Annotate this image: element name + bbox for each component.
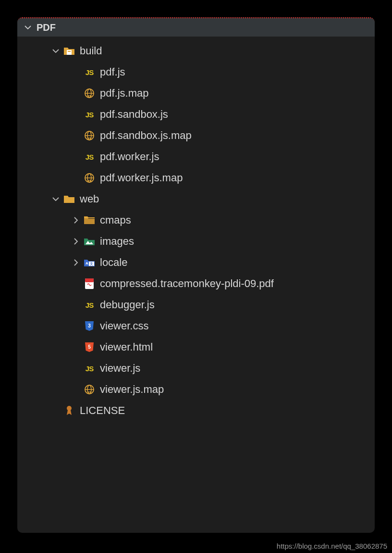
svg-point-26: [67, 406, 72, 411]
file-item[interactable]: JS pdf.sandbox.js: [17, 104, 375, 125]
css-icon: 3: [83, 319, 96, 333]
map-icon: JS: [83, 383, 96, 396]
svg-text:JS: JS: [87, 390, 92, 395]
folder-web[interactable]: web: [17, 189, 375, 210]
chevron-right-icon: [71, 216, 81, 224]
file-item[interactable]: 3 viewer.css: [17, 315, 375, 337]
chevron-right-icon: [71, 238, 81, 245]
file-label: viewer.js.map: [100, 383, 164, 396]
folder-locale-icon: A文: [83, 256, 96, 269]
svg-text:文: 文: [89, 262, 93, 266]
chevron-down-icon: [51, 195, 61, 203]
folder-item[interactable]: images: [17, 231, 375, 252]
file-label: pdf.js.map: [100, 87, 149, 100]
svg-text:5: 5: [88, 344, 91, 350]
map-icon: JS: [83, 87, 96, 100]
map-icon: JS: [83, 129, 96, 142]
svg-text:A: A: [86, 261, 88, 265]
chevron-down-icon: [51, 47, 61, 55]
folder-label: build: [80, 45, 102, 57]
folder-item[interactable]: cmaps: [17, 210, 375, 231]
svg-rect-0: [67, 50, 72, 55]
file-label: pdf.js: [100, 66, 125, 78]
explorer-title: PDF: [37, 22, 56, 33]
license-icon: [62, 404, 76, 417]
map-icon: JS: [83, 171, 96, 185]
chevron-right-icon: [71, 259, 81, 266]
folder-images-icon: [83, 235, 96, 248]
file-tree: build JS pdf.js JS pdf.js.map JS pdf.san…: [17, 37, 375, 421]
folder-label: locale: [100, 256, 127, 269]
file-item[interactable]: compressed.tracemonkey-pldi-09.pdf: [17, 273, 375, 294]
file-item[interactable]: 5 viewer.html: [17, 337, 375, 358]
explorer-header[interactable]: PDF: [17, 18, 375, 37]
pdf-icon: [83, 277, 96, 290]
file-label: viewer.css: [100, 320, 148, 332]
file-item[interactable]: LICENSE: [17, 400, 375, 421]
js-icon: JS: [83, 362, 96, 375]
js-icon: JS: [83, 298, 96, 312]
svg-text:JS: JS: [87, 94, 92, 99]
file-label: compressed.tracemonkey-pldi-09.pdf: [100, 277, 274, 290]
file-item[interactable]: JS pdf.worker.js.map: [17, 167, 375, 189]
js-icon: JS: [83, 108, 96, 121]
file-explorer-panel: PDF build JS pdf.js JS pdf.js.map: [17, 17, 375, 533]
file-label: pdf.worker.js: [100, 151, 159, 163]
file-label: pdf.sandbox.js.map: [100, 129, 192, 142]
file-item[interactable]: JS pdf.js: [17, 62, 375, 83]
svg-text:JS: JS: [87, 179, 92, 183]
file-label: viewer.js: [100, 362, 140, 375]
folder-label: cmaps: [100, 214, 131, 226]
js-icon: JS: [83, 150, 96, 163]
file-item[interactable]: JS viewer.js: [17, 358, 375, 379]
file-item[interactable]: JS pdf.worker.js: [17, 146, 375, 167]
js-icon: JS: [83, 65, 96, 79]
file-label: viewer.html: [100, 341, 153, 353]
file-item[interactable]: JS debugger.js: [17, 294, 375, 315]
folder-icon: [62, 192, 76, 206]
html-icon: 5: [83, 340, 96, 354]
file-item[interactable]: JS viewer.js.map: [17, 379, 375, 400]
folder-build-icon: [62, 44, 76, 58]
svg-rect-19: [85, 278, 94, 282]
svg-text:3: 3: [88, 323, 91, 328]
file-label: pdf.worker.js.map: [100, 172, 183, 184]
folder-build[interactable]: build: [17, 40, 375, 62]
folder-label: web: [80, 193, 99, 205]
folder-label: images: [100, 235, 134, 248]
folder-icon: [83, 214, 96, 227]
watermark: https://blog.csdn.net/qq_38062875: [277, 542, 387, 550]
chevron-down-icon: [23, 24, 33, 31]
file-label: debugger.js: [100, 299, 155, 311]
folder-item[interactable]: A文 locale: [17, 252, 375, 273]
svg-text:JS: JS: [87, 137, 92, 141]
file-item[interactable]: JS pdf.sandbox.js.map: [17, 125, 375, 146]
svg-rect-1: [68, 51, 71, 52]
file-label: LICENSE: [80, 404, 125, 417]
file-label: pdf.sandbox.js: [100, 108, 168, 121]
file-item[interactable]: JS pdf.js.map: [17, 83, 375, 104]
